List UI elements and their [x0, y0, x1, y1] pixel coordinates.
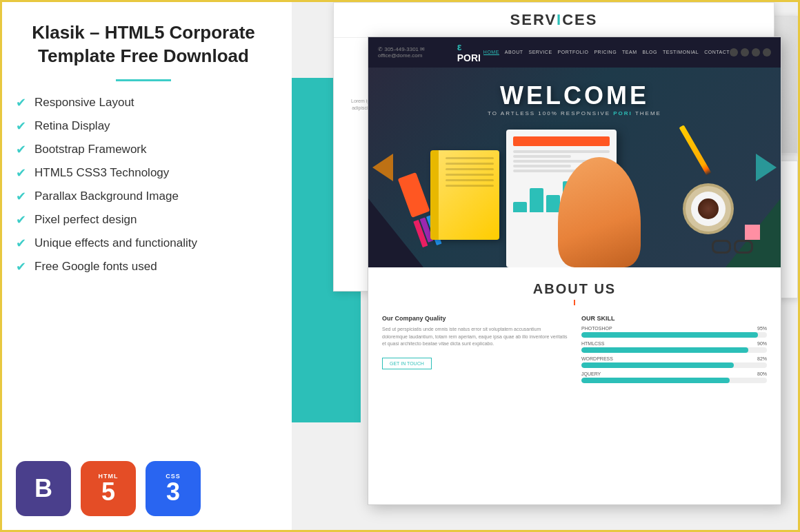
features-list: ✔ Responsive Layout ✔ Retina Display ✔ B…: [16, 95, 271, 283]
skill-jquery-label: JQUERY 80%: [581, 371, 767, 376]
page-title: Klasik – HTML5 Corporate Template Free D…: [16, 21, 271, 68]
skill-photoshop-label: PHOTOSHOP 95%: [581, 326, 767, 331]
pori-nav-testimonial[interactable]: TESTIMONIAL: [663, 50, 699, 55]
pori-nav-team[interactable]: TEAM: [622, 50, 637, 55]
pori-logo-epsilon: ε: [457, 41, 462, 52]
pori-nav-about[interactable]: ABOUT: [505, 50, 523, 55]
main-container: Klasik – HTML5 Corporate Template Free D…: [2, 2, 798, 530]
skill-wordpress-bar-fill: [581, 362, 734, 368]
glasses-lens-left: [712, 240, 731, 254]
pori-nav-contact[interactable]: CONTACT: [704, 50, 730, 55]
feature-effects: ✔ Unique effects and functionality: [16, 236, 271, 251]
badge-css3-number: 3: [166, 480, 180, 504]
check-icon-parallax: ✔: [16, 189, 26, 204]
skill-photoshop-bar-bg: [581, 332, 767, 338]
badge-html5-number: 5: [101, 480, 115, 504]
check-icon-html5: ✔: [16, 165, 26, 181]
skill-htmlcss-label: HTMLCSS 90%: [581, 341, 767, 346]
check-icon-bootstrap: ✔: [16, 142, 26, 157]
social-icon-3[interactable]: [752, 48, 760, 57]
feature-responsive: ✔ Responsive Layout: [16, 95, 271, 110]
notebook-illustration: [430, 150, 499, 254]
about-skills-title: OUR SKILL: [581, 315, 767, 322]
pori-nav-blog[interactable]: BLOG: [643, 50, 657, 55]
about-quality-title: Our Company Quality: [382, 315, 568, 322]
skill-jquery-bar-fill: [581, 378, 730, 383]
glasses-lens-right: [734, 240, 753, 254]
hand-illustration: [558, 157, 641, 267]
check-icon-responsive: ✔: [16, 95, 26, 110]
badge-css3: CSS 3: [146, 461, 201, 516]
skill-wordpress-bar-bg: [581, 362, 767, 368]
feature-retina: ✔ Retina Display: [16, 119, 271, 134]
services-title: SERVICES: [348, 11, 760, 29]
services-title-highlight: I: [557, 11, 562, 28]
pencil-illustration: [692, 123, 698, 178]
hero-prev-arrow[interactable]: [372, 154, 393, 181]
feature-pixel: ✔ Pixel perfect design: [16, 212, 271, 227]
glasses-illustration: [712, 240, 753, 254]
left-panel: Klasik – HTML5 Corporate Template Free D…: [2, 2, 292, 530]
check-icon-effects: ✔: [16, 236, 26, 251]
feature-fonts: ✔ Free Google fonts used: [16, 259, 271, 274]
teal-divider: [116, 79, 171, 81]
social-icon-1[interactable]: [730, 48, 738, 57]
services-header: SERVICES: [334, 3, 774, 37]
skill-jquery-bar-bg: [581, 378, 767, 383]
about-quality-col: Our Company Quality Sed ut perspiciatis …: [382, 315, 568, 387]
pori-screenshot: ✆ 305-449-3301 ✉ office@dome.com ε PORI …: [368, 37, 781, 505]
pori-nav-portfolio[interactable]: PORTFOLIO: [558, 50, 589, 55]
skill-htmlcss-bar-fill: [581, 347, 748, 353]
skill-photoshop: PHOTOSHOP 95%: [581, 326, 767, 338]
skill-jquery: JQUERY 80%: [581, 371, 767, 383]
skill-wordpress: WORDPRESS 82%: [581, 356, 767, 368]
coffee-illustration: [691, 192, 726, 226]
right-panel: SERVICES GRAPHICS Lorem ipsum dolor sit: [292, 2, 798, 530]
about-title: ABOUT US: [382, 281, 767, 305]
hero-title: WELCOME: [488, 81, 661, 110]
badge-bootstrap: B: [16, 461, 71, 516]
pori-nav-service[interactable]: SERVICE: [528, 50, 552, 55]
check-icon-fonts: ✔: [16, 259, 26, 274]
pori-nav-links: HOME ABOUT SERVICE PORTFOLIO PRICING TEA…: [483, 50, 730, 55]
skill-photoshop-bar-fill: [581, 332, 758, 338]
badges-row: B HTML 5 CSS 3: [16, 454, 271, 516]
about-columns: Our Company Quality Sed ut perspiciatis …: [382, 315, 767, 387]
pink-cube-decoration: [745, 225, 760, 240]
about-quality-text: Sed ut perspiciatis unde omnis iste natu…: [382, 326, 568, 348]
check-icon-retina: ✔: [16, 119, 26, 134]
about-skills-col: OUR SKILL PHOTOSHOP 95%: [581, 315, 767, 387]
feature-parallax: ✔ Parallax Background Image: [16, 189, 271, 204]
pori-social-icons: [730, 48, 771, 57]
check-icon-pixel: ✔: [16, 212, 26, 227]
hero-next-arrow[interactable]: [756, 154, 777, 181]
pori-nav-pricing[interactable]: PRICING: [594, 50, 617, 55]
feature-html5: ✔ HTML5 CSS3 Technology: [16, 165, 271, 181]
pori-about-section: ABOUT US Our Company Quality Sed ut pers…: [368, 267, 781, 400]
social-icon-2[interactable]: [741, 48, 749, 57]
hero-brand: PORI: [613, 110, 632, 116]
pori-nav-home[interactable]: HOME: [483, 50, 499, 55]
get-in-touch-button[interactable]: GET IN TOUCH: [382, 358, 432, 369]
hero-text-block: WELCOME TO ARTLESS 100% RESPONSIVE PORI …: [488, 81, 661, 116]
badge-bootstrap-letter: B: [34, 476, 52, 501]
pori-nav: ✆ 305-449-3301 ✉ office@dome.com ε PORI …: [368, 37, 781, 68]
skill-htmlcss: HTMLCSS 90%: [581, 341, 767, 353]
skill-wordpress-label: WORDPRESS 82%: [581, 356, 767, 361]
pori-hero: WELCOME TO ARTLESS 100% RESPONSIVE PORI …: [368, 68, 781, 267]
pori-logo: ε PORI: [457, 41, 483, 63]
badge-html5: HTML 5: [81, 461, 136, 516]
skill-htmlcss-bar-bg: [581, 347, 767, 353]
social-icon-4[interactable]: [763, 48, 771, 57]
hero-subtitle: TO ARTLESS 100% RESPONSIVE PORI THEME: [488, 110, 661, 116]
pori-contact-info: ✆ 305-449-3301 ✉ office@dome.com: [378, 46, 457, 59]
feature-bootstrap: ✔ Bootstrap Framework: [16, 142, 271, 157]
